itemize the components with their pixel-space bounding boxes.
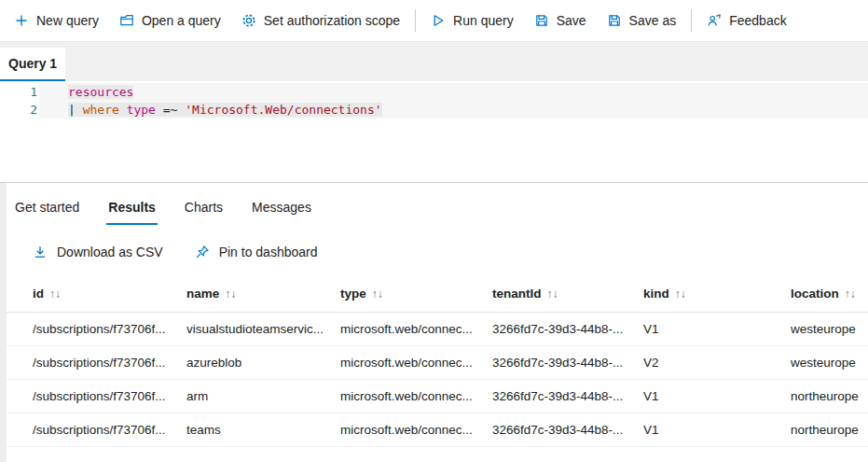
tab-get-started[interactable]: Get started — [13, 200, 81, 225]
set-authorization-scope-label: Set authorization scope — [264, 13, 400, 28]
column-header-tenantid[interactable]: tenantId↑↓ — [492, 287, 643, 301]
folder-icon — [119, 13, 134, 28]
play-icon — [431, 13, 446, 28]
sort-icon[interactable]: ↑↓ — [547, 287, 558, 301]
results-panel: Get started Results Charts Messages Down… — [0, 182, 868, 462]
column-label: tenantId — [492, 287, 542, 301]
column-label: id — [33, 287, 44, 301]
code-token-string: 'Microsoft.Web/connections' — [185, 103, 381, 117]
save-button[interactable]: Save — [524, 0, 597, 41]
cell-type: microsoft.web/connec... — [340, 389, 492, 403]
code-token-table: resources — [68, 85, 133, 99]
column-label: kind — [643, 287, 669, 301]
cell-name: arm — [186, 389, 340, 403]
cell-id: /subscriptions/f73706f... — [33, 389, 186, 403]
query-tabstrip: Query 1 — [0, 41, 868, 81]
cell-tenantid: 3266fd7c-39d3-44b8-... — [492, 356, 643, 370]
cell-location: westeurope — [791, 322, 868, 336]
new-query-button[interactable]: New query — [4, 0, 109, 41]
results-table-header: id↑↓ name↑↓ type↑↓ tenantId↑↓ kind↑↓ loc… — [0, 275, 868, 313]
feedback-icon — [707, 13, 722, 28]
code-token-pipe: | — [68, 103, 83, 117]
cell-type: microsoft.web/connec... — [340, 423, 492, 437]
column-header-kind[interactable]: kind↑↓ — [643, 287, 791, 301]
sort-icon[interactable]: ↑↓ — [845, 287, 856, 301]
code-token-operator: =~ — [163, 103, 185, 117]
cell-id: /subscriptions/f73706f... — [33, 423, 186, 437]
tab-messages[interactable]: Messages — [250, 200, 313, 225]
line-number: 1 — [0, 83, 39, 101]
table-row[interactable]: /subscriptions/f73706f... arm microsoft.… — [0, 380, 868, 413]
download-csv-label: Download as CSV — [57, 245, 163, 259]
cell-kind: V1 — [643, 423, 791, 437]
sort-icon[interactable]: ↑↓ — [675, 287, 686, 301]
query-tab-label: Query 1 — [8, 56, 57, 71]
save-as-label: Save as — [629, 13, 677, 28]
new-query-label: New query — [36, 13, 99, 28]
cell-id: /subscriptions/f73706f... — [33, 356, 186, 370]
open-query-label: Open a query — [142, 13, 221, 28]
run-query-label: Run query — [453, 13, 514, 28]
pin-icon — [195, 245, 210, 259]
cell-tenantid: 3266fd7c-39d3-44b8-... — [492, 322, 643, 336]
column-header-name[interactable]: name↑↓ — [186, 287, 340, 301]
download-csv-button[interactable]: Download as CSV — [33, 245, 163, 259]
column-header-location[interactable]: location↑↓ — [791, 287, 868, 301]
open-query-button[interactable]: Open a query — [109, 0, 231, 41]
plus-icon — [14, 13, 29, 28]
cell-kind: V2 — [643, 356, 791, 370]
tab-charts[interactable]: Charts — [183, 200, 225, 225]
sort-icon[interactable]: ↑↓ — [225, 287, 236, 301]
column-label: location — [791, 287, 839, 301]
code-text: resources — [39, 83, 868, 101]
cell-kind: V1 — [643, 322, 791, 336]
cell-name: azureblob — [186, 356, 340, 370]
command-bar: New query Open a query Set authorization… — [0, 0, 868, 41]
toolbar-divider — [415, 9, 416, 32]
panel-left-scrollbar[interactable] — [0, 183, 7, 462]
table-row[interactable]: /subscriptions/f73706f... azureblob micr… — [0, 346, 868, 380]
save-icon — [534, 13, 549, 28]
download-icon — [33, 245, 48, 259]
pin-to-dashboard-button[interactable]: Pin to dashboard — [195, 245, 318, 259]
results-actions: Download as CSV Pin to dashboard — [0, 225, 868, 262]
gear-icon — [241, 13, 256, 28]
column-header-id[interactable]: id↑↓ — [33, 287, 186, 301]
save-label: Save — [557, 13, 586, 28]
cell-tenantid: 3266fd7c-39d3-44b8-... — [492, 423, 643, 437]
sort-icon[interactable]: ↑↓ — [49, 287, 61, 301]
results-tab-bar: Get started Results Charts Messages — [0, 183, 868, 225]
cell-tenantid: 3266fd7c-39d3-44b8-... — [492, 389, 643, 403]
cell-type: microsoft.web/connec... — [340, 356, 492, 370]
cell-location: northeurope — [791, 423, 868, 437]
code-line-1[interactable]: 1 resources — [0, 83, 868, 101]
cell-location: northeurope — [791, 389, 868, 403]
run-query-button[interactable]: Run query — [420, 0, 524, 41]
column-header-type[interactable]: type↑↓ — [340, 287, 492, 301]
cell-name: teams — [186, 423, 340, 437]
code-token-column: type — [127, 103, 163, 117]
column-label: type — [340, 287, 366, 301]
save-as-button[interactable]: Save as — [597, 0, 687, 41]
table-row[interactable]: /subscriptions/f73706f... teams microsof… — [0, 413, 868, 447]
query-editor[interactable]: 1 resources 2 | where type =~ 'Microsoft… — [0, 81, 868, 182]
cell-name: visualstudioteamservic... — [186, 322, 340, 336]
tab-query-1[interactable]: Query 1 — [0, 48, 65, 81]
cell-id: /subscriptions/f73706f... — [33, 322, 186, 336]
cell-kind: V1 — [643, 389, 791, 403]
resource-graph-explorer: New query Open a query Set authorization… — [0, 0, 868, 462]
save-as-icon — [607, 13, 622, 28]
tab-results[interactable]: Results — [106, 200, 158, 225]
sort-icon[interactable]: ↑↓ — [372, 287, 383, 301]
set-authorization-scope-button[interactable]: Set authorization scope — [231, 0, 410, 41]
toolbar-divider — [691, 9, 692, 32]
table-row[interactable]: /subscriptions/f73706f... visualstudiote… — [0, 313, 868, 346]
cell-location: westeurope — [791, 356, 868, 370]
results-table: id↑↓ name↑↓ type↑↓ tenantId↑↓ kind↑↓ loc… — [0, 275, 868, 447]
cell-type: microsoft.web/connec... — [340, 322, 492, 336]
code-line-2[interactable]: 2 | where type =~ 'Microsoft.Web/connect… — [0, 101, 868, 119]
feedback-button[interactable]: Feedback — [696, 0, 796, 41]
code-text: | where type =~ 'Microsoft.Web/connectio… — [39, 101, 868, 119]
pin-to-dashboard-label: Pin to dashboard — [219, 245, 318, 259]
line-number: 2 — [0, 101, 39, 119]
